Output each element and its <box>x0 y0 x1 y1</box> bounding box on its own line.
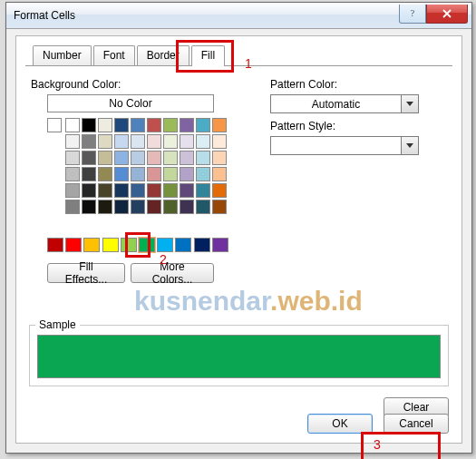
color-swatch[interactable] <box>196 183 210 198</box>
tab-number[interactable]: Number <box>33 45 92 65</box>
color-swatch[interactable] <box>98 183 112 198</box>
color-swatch[interactable] <box>147 167 161 181</box>
color-swatch[interactable] <box>180 200 194 214</box>
color-swatch[interactable] <box>139 238 155 252</box>
color-swatch[interactable] <box>82 134 96 149</box>
annotation-label-2: 2 <box>160 252 167 267</box>
color-swatch[interactable] <box>180 118 194 132</box>
color-swatch[interactable] <box>196 200 210 214</box>
color-swatch[interactable] <box>121 238 137 252</box>
color-swatch[interactable] <box>180 167 194 181</box>
color-swatch[interactable] <box>82 183 96 198</box>
sample-preview <box>37 335 441 378</box>
close-button[interactable] <box>426 5 468 24</box>
color-swatch[interactable] <box>65 200 80 214</box>
color-swatch[interactable] <box>98 134 112 149</box>
tab-font[interactable]: Font <box>93 45 135 65</box>
color-swatch[interactable] <box>114 151 129 165</box>
color-swatch[interactable] <box>47 238 63 252</box>
color-swatch[interactable] <box>114 167 129 181</box>
color-swatch[interactable] <box>163 118 178 132</box>
color-swatch[interactable] <box>131 200 145 214</box>
color-swatch[interactable] <box>163 151 178 165</box>
no-color-button[interactable]: No Color <box>47 94 214 112</box>
pattern-style-combo[interactable] <box>270 136 419 155</box>
color-swatch[interactable] <box>147 183 161 198</box>
sample-group: Sample <box>29 325 449 386</box>
color-swatch[interactable] <box>175 238 191 252</box>
dialog-content: Number Font Border Fill 1 Background Col… <box>15 35 462 444</box>
annotation-label-3: 3 <box>374 437 381 452</box>
pattern-style-label: Pattern Style: <box>270 120 335 132</box>
color-swatch[interactable] <box>131 151 145 165</box>
tab-fill[interactable]: Fill <box>191 45 225 66</box>
annotation-label-1: 1 <box>245 56 252 71</box>
color-swatch[interactable] <box>212 200 227 214</box>
color-swatch[interactable] <box>212 167 227 181</box>
color-swatch[interactable] <box>82 118 96 132</box>
pattern-color-combo[interactable]: Automatic <box>270 94 419 113</box>
titlebar[interactable]: Format Cells ? <box>6 3 471 29</box>
color-swatch[interactable] <box>114 183 129 198</box>
color-swatch[interactable] <box>65 118 80 132</box>
color-swatch[interactable] <box>65 151 80 165</box>
color-swatch[interactable] <box>82 151 96 165</box>
color-swatch[interactable] <box>114 134 129 149</box>
color-swatch[interactable] <box>131 118 145 132</box>
color-swatch[interactable] <box>194 238 210 252</box>
color-swatch[interactable] <box>98 151 112 165</box>
color-swatch[interactable] <box>180 151 194 165</box>
color-swatch[interactable] <box>131 183 145 198</box>
color-swatch[interactable] <box>98 200 112 214</box>
color-swatch[interactable] <box>147 118 161 132</box>
color-swatch[interactable] <box>163 134 178 149</box>
color-swatch[interactable] <box>114 118 129 132</box>
tab-border[interactable]: Border <box>137 45 189 65</box>
color-swatch[interactable] <box>180 183 194 198</box>
fill-effects-button[interactable]: Fill Effects... <box>47 263 125 283</box>
color-swatch[interactable] <box>147 151 161 165</box>
color-swatch[interactable] <box>114 200 129 214</box>
color-swatch[interactable] <box>196 134 210 149</box>
color-swatch[interactable] <box>212 134 227 149</box>
color-swatch[interactable] <box>131 167 145 181</box>
background-color-label: Background Color: <box>31 78 121 91</box>
chevron-down-icon[interactable] <box>401 95 418 112</box>
color-swatch[interactable] <box>102 238 119 252</box>
more-colors-button[interactable]: More Colors... <box>131 263 214 283</box>
color-swatch[interactable] <box>163 167 178 181</box>
color-swatch[interactable] <box>196 151 210 165</box>
color-swatch[interactable] <box>65 167 80 181</box>
color-swatch[interactable] <box>82 167 96 181</box>
color-swatch[interactable] <box>65 134 80 149</box>
color-swatch[interactable] <box>98 167 112 181</box>
color-swatch[interactable] <box>180 134 194 149</box>
color-swatch[interactable] <box>163 183 178 198</box>
pattern-color-value: Automatic <box>271 98 401 111</box>
color-swatch[interactable] <box>212 118 227 132</box>
color-swatch[interactable] <box>163 200 178 214</box>
color-swatch[interactable] <box>65 238 82 252</box>
color-swatch[interactable] <box>212 183 227 198</box>
color-swatch[interactable] <box>147 134 161 149</box>
watermark: kusnendar.web.id <box>134 286 363 317</box>
color-swatch[interactable] <box>131 134 145 149</box>
pattern-color-label: Pattern Color: <box>270 78 337 91</box>
color-swatch[interactable] <box>98 118 112 132</box>
chevron-down-icon[interactable] <box>401 137 418 154</box>
cancel-button[interactable]: Cancel <box>384 414 449 434</box>
window-title: Format Cells <box>6 9 399 22</box>
automatic-swatch[interactable] <box>47 118 62 132</box>
help-button[interactable]: ? <box>399 5 426 24</box>
color-swatch[interactable] <box>212 238 228 252</box>
color-swatch[interactable] <box>196 118 210 132</box>
color-swatch[interactable] <box>196 167 210 181</box>
color-swatch[interactable] <box>82 200 96 214</box>
color-swatch[interactable] <box>212 151 227 165</box>
color-swatch[interactable] <box>83 238 100 252</box>
sample-label: Sample <box>35 318 80 331</box>
color-swatch[interactable] <box>157 238 173 252</box>
ok-button[interactable]: OK <box>307 414 373 434</box>
color-swatch[interactable] <box>65 183 80 198</box>
color-swatch[interactable] <box>147 200 161 214</box>
